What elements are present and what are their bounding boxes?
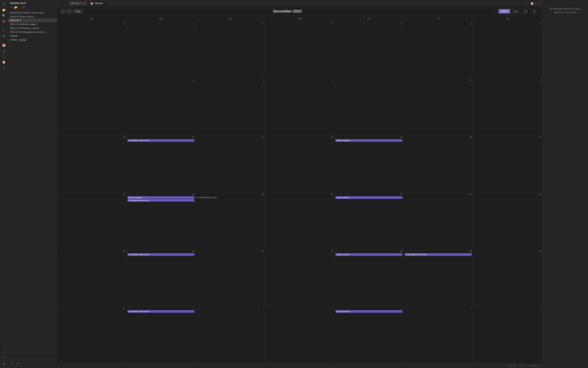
day-cell[interactable]: 27 bbox=[126, 21, 196, 78]
day-cell[interactable]: 3 bbox=[265, 306, 334, 363]
day-cell[interactable]: 29 Совещание по итогам bbox=[404, 249, 473, 306]
next-month-button[interactable]: › bbox=[67, 9, 71, 14]
event-pill[interactable]: Внести правки bbox=[127, 196, 194, 199]
day-cell[interactable]: 7 bbox=[334, 78, 404, 135]
day-cell[interactable]: 19 12p Написать стать bbox=[196, 193, 265, 249]
tab-calendar[interactable]: 📅 Calendar ✕ bbox=[88, 1, 108, 5]
day-cell[interactable]: 26 bbox=[196, 249, 265, 306]
file-item[interactable]: (Every M) Составить план статьи bbox=[8, 11, 57, 15]
day-cell[interactable]: 4 Сдать статью bbox=[334, 306, 404, 363]
clock-icon[interactable]: ⏰ bbox=[1, 59, 7, 65]
day-cell[interactable]: 20 bbox=[265, 193, 334, 249]
new-folder-icon[interactable]: 📂 bbox=[14, 5, 18, 9]
layers-icon[interactable]: ❑ bbox=[1, 48, 7, 54]
day-cell-today[interactable]: 17 bbox=[57, 193, 126, 249]
calendar-sidebar-icon[interactable]: 📅 bbox=[1, 42, 7, 48]
day-cell[interactable]: 2 bbox=[473, 21, 542, 78]
file-item[interactable]: Untitled bbox=[8, 34, 57, 38]
file-item-selected[interactable]: 2023-12-17 bbox=[8, 18, 57, 22]
graph-icon[interactable]: ⬡ bbox=[1, 28, 7, 33]
help-icon[interactable]: ? bbox=[1, 355, 7, 361]
day-cell[interactable]: 26 bbox=[57, 21, 126, 78]
day-cell[interactable]: 16 bbox=[473, 135, 542, 192]
calendar-more-button[interactable]: ··· bbox=[492, 9, 497, 14]
day-cell[interactable]: 10 bbox=[57, 135, 126, 192]
day-cell[interactable]: 6 bbox=[473, 306, 542, 363]
day-cell[interactable]: 21 Сдать статью bbox=[334, 193, 404, 249]
calendar-icon[interactable]: 📅 bbox=[530, 2, 533, 5]
event-pill[interactable]: Составить план стать bbox=[127, 253, 194, 256]
settings-icon[interactable]: ⚙ bbox=[1, 361, 7, 367]
day-cell[interactable]: 8 bbox=[404, 78, 473, 135]
day-cell[interactable]: 27 bbox=[265, 249, 334, 306]
sidebar-toggle-icon[interactable]: ☰ bbox=[1, 1, 7, 7]
more-options-icon[interactable]: ⟳ bbox=[22, 5, 25, 9]
day-cell[interactable]: 29 bbox=[265, 21, 334, 78]
file-item[interactable]: 2023-12-18 Внести правки bbox=[8, 22, 57, 26]
view-list-button[interactable]: list bbox=[530, 9, 538, 13]
calendar-active-icon[interactable]: 🗓 bbox=[535, 2, 537, 5]
view-week-button[interactable]: week bbox=[510, 9, 521, 13]
day-cell[interactable]: 5 bbox=[196, 78, 265, 135]
event-pill[interactable]: Составить план стать bbox=[127, 310, 194, 313]
day-cell[interactable]: 3 bbox=[57, 78, 126, 135]
day-cell[interactable]: 30 bbox=[334, 21, 404, 78]
view-day-button[interactable]: day bbox=[521, 9, 530, 13]
bookmark-icon[interactable]: 🔖 bbox=[1, 18, 7, 24]
event-pill[interactable]: Составить план стать bbox=[127, 139, 194, 142]
day-cell[interactable]: 12 bbox=[196, 135, 265, 192]
event-label[interactable]: Написать стать bbox=[202, 196, 217, 198]
day-cell[interactable]: 23 bbox=[473, 193, 542, 249]
event-pill[interactable]: Совещание по итогам bbox=[405, 253, 472, 256]
day-cell[interactable]: 30 bbox=[473, 249, 542, 306]
day-cell[interactable]: 5 bbox=[404, 306, 473, 363]
day-cell[interactable]: 1 Составить план стать bbox=[126, 306, 196, 363]
forward-button[interactable]: › bbox=[63, 1, 67, 5]
day-cell[interactable]: 18 Внести правки Составить план стать bbox=[126, 193, 196, 249]
day-cell[interactable]: 6 bbox=[265, 78, 334, 135]
event-pill[interactable]: Сдать статью bbox=[335, 196, 403, 199]
terminal-icon[interactable]: >_ bbox=[1, 54, 7, 59]
day-cell[interactable]: 9 bbox=[473, 78, 542, 135]
tag-icon[interactable]: # bbox=[1, 65, 7, 71]
tab-note-close[interactable]: 📌 bbox=[83, 2, 86, 5]
prev-month-button[interactable]: ‹ bbox=[61, 9, 65, 14]
file-item-canvas[interactable]: Untitled CANVAS bbox=[8, 38, 57, 42]
event-pill[interactable]: Сдать статью bbox=[335, 253, 403, 256]
folder-icon[interactable]: 📁 bbox=[1, 7, 7, 13]
file-item[interactable]: 2023-12-19 Написать статью bbox=[8, 26, 57, 30]
day-cell[interactable]: 11 Составить план стать bbox=[126, 135, 196, 192]
day-cell[interactable]: 14 Сдать статью bbox=[334, 135, 404, 192]
day-cell[interactable]: 15 bbox=[404, 135, 473, 192]
view-month-button[interactable]: month bbox=[499, 9, 510, 13]
tag-panel-icon[interactable]: # bbox=[16, 361, 21, 367]
layout-icon[interactable]: ⊡ bbox=[539, 2, 541, 5]
day-cell[interactable]: 24 bbox=[57, 249, 126, 306]
tab-list-icon[interactable]: ⋮⋮ bbox=[524, 2, 529, 5]
sort-icon[interactable]: ↕ bbox=[19, 5, 21, 9]
event-pill[interactable]: Сдать статью bbox=[335, 310, 403, 313]
day-cell[interactable]: 13 bbox=[265, 135, 334, 192]
today-button[interactable]: today bbox=[72, 9, 83, 13]
day-cell[interactable]: 22 bbox=[404, 193, 473, 249]
tab-calendar-close[interactable]: ✕ bbox=[104, 2, 106, 5]
backlink-count-icon[interactable]: ⤴ bbox=[9, 361, 15, 367]
backlinks-panel-icon[interactable]: ⤴ bbox=[1, 350, 7, 355]
event-pill[interactable]: Сдать статью bbox=[335, 139, 403, 142]
grid-icon[interactable]: ⊞ bbox=[1, 33, 7, 39]
event-pill[interactable]: Составить план стать bbox=[127, 199, 194, 202]
file-item[interactable]: 2023-12-29 Совещание по итогам г... bbox=[8, 30, 57, 34]
new-note-icon[interactable]: ✏ bbox=[10, 5, 13, 9]
day-cell[interactable]: 1 bbox=[404, 21, 473, 78]
day-cell[interactable]: 4 bbox=[126, 78, 196, 135]
day-cell[interactable]: 31 bbox=[57, 306, 126, 363]
back-button[interactable]: ‹ bbox=[58, 1, 63, 5]
search-icon[interactable]: 🔍 bbox=[1, 13, 7, 18]
file-item[interactable]: (Every R) Сдать статью bbox=[8, 15, 57, 18]
day-cell[interactable]: 2 bbox=[196, 306, 265, 363]
add-tab-button[interactable]: + bbox=[109, 1, 112, 5]
day-cell[interactable]: 28 bbox=[196, 21, 265, 78]
tab-note[interactable]: 2023-12-17 📌 bbox=[69, 1, 88, 5]
day-cell[interactable]: 25 Составить план стать bbox=[126, 249, 196, 306]
day-cell[interactable]: 28 Сдать статью bbox=[334, 249, 404, 306]
